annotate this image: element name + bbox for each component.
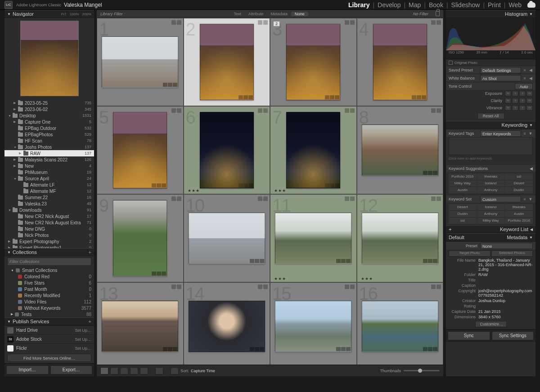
folder-row[interactable]: ▼Joshs Photos137 [4, 144, 94, 150]
filter-text[interactable]: Text [230, 12, 245, 16]
keyword-chip[interactable]: Anthony [477, 211, 505, 217]
grid-cell[interactable]: 16 [357, 282, 444, 365]
reset-all-button[interactable]: Reset All [477, 113, 504, 119]
metadata-row[interactable]: FolderRAW [446, 272, 536, 277]
keyword-set-dropdown[interactable]: Custom [480, 196, 521, 202]
sync-button[interactable]: Sync [448, 331, 490, 340]
publish-service-row[interactable]: StAdobe StockSet Up… [4, 334, 94, 343]
folder-row[interactable]: EPBagPhotos529 [4, 131, 94, 138]
nav-100[interactable]: 100% [70, 12, 79, 16]
module-map[interactable]: Map [405, 1, 424, 9]
folder-row[interactable]: New CR2 Nick August17 [4, 213, 94, 219]
keyword-chip[interactable]: Dustin [449, 211, 477, 217]
sort-value[interactable]: Capture Time [191, 369, 215, 373]
grid-cell[interactable]: 5 [97, 106, 184, 194]
grid-cell[interactable]: 15 [270, 282, 357, 365]
grid-cell[interactable]: 8 [357, 106, 444, 194]
metadata-row[interactable]: Caption [446, 283, 536, 288]
folder-row[interactable]: ▼Downloads91 [4, 207, 94, 213]
publish-service-row[interactable]: FlickrSet Up… [4, 343, 94, 352]
view-compare-icon[interactable] [120, 367, 128, 374]
painter-icon[interactable] [155, 367, 163, 374]
grid-cell[interactable]: 10 [184, 194, 270, 282]
nav-fit[interactable]: FIT [61, 12, 67, 16]
folder-row[interactable]: Nick Photos0 [4, 232, 94, 238]
filter-preset[interactable]: No Filter [413, 12, 435, 16]
import-button[interactable]: Import… [6, 365, 49, 374]
keyword-chip[interactable]: Portfolio 2016 [505, 218, 533, 224]
chevron-icon[interactable]: ≡ [522, 68, 527, 72]
grid-cell[interactable]: 12 ★★★ [357, 194, 444, 282]
filter-metadata[interactable]: Metadata [267, 12, 292, 16]
folder-row[interactable]: Alternate LF12 [4, 182, 94, 188]
metadata-row[interactable]: Copyrightjosh@expertphotography.com 0779… [446, 288, 536, 298]
view-grid-icon[interactable] [100, 367, 108, 374]
folder-row[interactable]: ▶Expert Photography2 [4, 238, 94, 245]
grid-cell[interactable]: 2 [184, 18, 270, 106]
folder-row[interactable]: New DNG0 [4, 226, 94, 232]
grid-cell[interactable]: 11 ★★★ [270, 194, 357, 282]
keywording-header[interactable]: Keywording▼ [446, 121, 536, 129]
keyword-chip[interactable]: 9tweaks [477, 174, 505, 180]
smart-collection-row[interactable]: Without Keywords3577 [4, 305, 94, 311]
folder-row[interactable]: Alternate MF12 [4, 188, 94, 194]
keyword-chip[interactable]: Iceland [477, 204, 505, 210]
metadata-row[interactable]: Title [446, 277, 536, 283]
folder-row[interactable]: ▶Malaysia Scans 2022126 [4, 156, 94, 163]
add-publish-icon[interactable]: + [89, 319, 91, 324]
add-collection-icon[interactable]: + [89, 249, 91, 255]
keyword-chip[interactable]: Iceland [477, 180, 505, 187]
keyword-chip[interactable]: 9tweaks [505, 204, 533, 210]
smart-collection-row[interactable]: Past Month0 [4, 286, 94, 292]
keyword-textarea[interactable] [449, 137, 533, 155]
filter-attribute[interactable]: Attribute [245, 12, 267, 16]
module-web[interactable]: Web [505, 1, 525, 9]
keyword-chip[interactable]: Portfolio 2016 [449, 174, 477, 180]
grid-cell[interactable]: 9 [97, 194, 184, 282]
keyword-chip[interactable]: Desert [449, 204, 477, 210]
nav-200[interactable]: 200% [82, 12, 91, 16]
filter-lock-icon[interactable] [436, 11, 440, 16]
metadata-header[interactable]: Default Metadata▼ [446, 233, 536, 241]
grid-cell[interactable]: 13 [97, 282, 184, 365]
folder-row[interactable]: ▶RAW137 [4, 150, 94, 156]
smart-collection-row[interactable]: Video Files112 [4, 298, 94, 305]
smart-collections-group[interactable]: ▼ Smart Collections [4, 267, 94, 273]
smart-collection-row[interactable]: Colored Red0 [4, 273, 94, 280]
folder-row[interactable]: ▶2023-06-02345 [4, 106, 94, 112]
folder-row[interactable]: ▼Desktop1531 [4, 112, 94, 119]
original-photo-toggle[interactable]: Original Photo [446, 59, 536, 66]
metadata-preset-dropdown[interactable]: None [480, 243, 533, 249]
view-survey-icon[interactable] [130, 367, 138, 374]
wb-dropdown[interactable]: As Shot [480, 75, 521, 81]
folder-row[interactable]: ▶New4 [4, 163, 94, 169]
find-more-services-button[interactable]: Find More Services Online… [7, 354, 91, 362]
keyword-chip[interactable]: Dustin [505, 187, 533, 193]
publish-header[interactable]: ▼ Publish Services + [4, 317, 94, 325]
view-people-icon[interactable] [140, 367, 148, 374]
publish-service-row[interactable]: Hard DriveSet Up… [4, 325, 94, 334]
grid-cell[interactable]: 1 [97, 18, 184, 106]
target-photo-tab[interactable]: Target Photo [449, 250, 490, 257]
metadata-row[interactable]: Rating [446, 303, 536, 309]
grid-cell[interactable]: 4 [357, 18, 444, 106]
keyword-chip[interactable]: Austin [449, 187, 477, 193]
grid-cell[interactable]: 14 [184, 282, 270, 365]
keyword-chip[interactable]: Milky Way [449, 180, 477, 187]
grid-cell[interactable]: 3 2 [270, 18, 357, 106]
cloud-sync-icon[interactable] [527, 2, 536, 8]
keyword-chip[interactable]: Austin [505, 211, 533, 217]
keyword-chip[interactable]: Milky Way [477, 218, 505, 224]
module-library[interactable]: Library [345, 1, 373, 9]
module-slideshow[interactable]: Slideshow [448, 1, 483, 9]
module-print[interactable]: Print [485, 1, 504, 9]
folder-row[interactable]: ▼Source April24 [4, 175, 94, 182]
folder-row[interactable]: Summer.2216 [4, 194, 94, 200]
saved-preset-dropdown[interactable]: Default Settings [480, 67, 521, 73]
sort-direction-icon[interactable] [171, 367, 179, 374]
keyword-hint[interactable]: Click here to add keywords [449, 156, 533, 163]
grid-cell[interactable]: 7 ★★★ [270, 106, 357, 194]
keyword-chip[interactable]: Anthony [477, 187, 505, 193]
smart-collection-row[interactable]: Recently Modified1 [4, 292, 94, 298]
metadata-row[interactable]: Capture Date21 Jan 2015 [446, 309, 536, 314]
